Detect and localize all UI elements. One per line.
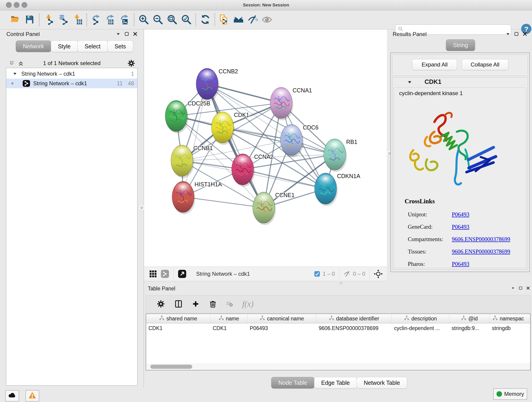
grid-view-icon[interactable] — [149, 269, 157, 278]
network-node-CCNE1[interactable]: CCNE1 — [253, 192, 295, 225]
network-node-CCNA2[interactable]: CCNA2 — [232, 153, 273, 187]
network-view-title: String Network – cdk1 — [196, 271, 250, 277]
export-image-button[interactable] — [119, 14, 130, 25]
import-network-file-button[interactable] — [43, 14, 54, 25]
fit-content-crosshair-icon[interactable] — [374, 269, 383, 279]
table-cell[interactable]: P06493 — [247, 323, 317, 333]
table-cell[interactable]: 9606.ENSP00000378699 — [317, 323, 392, 333]
column-header-namespac[interactable]: namespac — [490, 314, 530, 323]
network-node-HIST1H1A[interactable]: HIST1H1A — [172, 181, 222, 214]
tab-edge-table[interactable]: Edge Table — [314, 377, 357, 389]
network-options-gear-icon[interactable] — [127, 59, 135, 68]
network-collection-row[interactable]: String Network – cdk1 1 — [6, 69, 137, 79]
network-row-selected[interactable]: String Network – cdk1 11 48 — [6, 79, 137, 88]
table-options-gear-icon[interactable] — [157, 300, 165, 308]
network-node-CCNB1[interactable]: CCNB1 — [171, 145, 213, 178]
table-horizontal-scrollbar[interactable] — [146, 364, 530, 370]
crosslink-link-pharos[interactable]: P06493 — [452, 261, 469, 267]
selected-checkbox-icon[interactable] — [314, 271, 320, 277]
crosslink-link-compartments[interactable]: 9606.ENSP00000378699 — [452, 236, 510, 242]
show-columns-icon[interactable] — [174, 300, 183, 308]
column-header-canonical-name[interactable]: canonical name — [247, 314, 317, 323]
column-header-description[interactable]: description — [392, 314, 449, 323]
table-cell[interactable]: stringdb:9... — [449, 323, 490, 333]
memory-status-dot — [496, 391, 502, 397]
table-row[interactable]: CDK1CDK1P064939606.ENSP00000378699cyclin… — [146, 323, 530, 333]
hidden-eye-slash-icon[interactable] — [343, 270, 351, 278]
column-header--id[interactable]: @id — [449, 314, 490, 323]
network-node-CCNA1[interactable]: CCNA1 — [270, 87, 312, 120]
network-node-CDKN1A[interactable]: CDKN1A — [315, 173, 360, 206]
panel-close-icon[interactable] — [522, 32, 527, 36]
panel-float-icon[interactable] — [124, 32, 129, 36]
panel-menu-icon[interactable] — [511, 286, 515, 290]
column-header-shared-name[interactable]: shared name — [146, 314, 210, 323]
panel-float-icon[interactable] — [514, 32, 519, 36]
horizontal-splitter-handle[interactable] — [339, 282, 342, 284]
table-cell[interactable]: stringdb — [490, 323, 530, 333]
tab-string[interactable]: String — [446, 39, 475, 51]
zoom-in-button[interactable] — [138, 14, 149, 25]
network-node-RB1[interactable]: RB1 — [324, 139, 357, 172]
column-header-name[interactable]: name — [210, 314, 247, 323]
tab-sets[interactable]: Sets — [108, 41, 133, 52]
refresh-button[interactable] — [200, 14, 211, 25]
zoom-selected-button[interactable] — [181, 14, 192, 25]
crosslink-link-tissues[interactable]: 9606.ENSP00000378699 — [452, 249, 510, 255]
open-session-button[interactable] — [10, 14, 21, 25]
zoom-out-button[interactable] — [152, 14, 163, 25]
delete-column-icon[interactable] — [209, 300, 217, 308]
network-canvas[interactable]: CCNB2 CCNA1 CDC25B CDK1 CDC6 RB1 — [144, 30, 387, 267]
cdk1-section: CDK1 cyclin-dependent kinase 1 CrossLink… — [392, 77, 528, 270]
warnings-button[interactable] — [25, 390, 39, 402]
minimize-window-button[interactable] — [14, 2, 19, 8]
panel-menu-icon[interactable] — [505, 32, 510, 36]
tab-select[interactable]: Select — [77, 41, 108, 52]
hide-selected-button[interactable] — [247, 14, 258, 25]
table-cell[interactable]: CDK1 — [210, 323, 247, 333]
section-collapse-icon[interactable] — [407, 80, 412, 85]
expand-all-button[interactable]: Expand All — [412, 59, 457, 70]
node-table: shared namenamecanonical namedatabase id… — [146, 313, 531, 370]
network-node-CCNB2[interactable]: CCNB2 — [196, 68, 238, 101]
detach-view-icon[interactable] — [178, 269, 186, 278]
cloud-button[interactable] — [5, 390, 19, 402]
left-splitter-handle[interactable] — [139, 205, 144, 210]
show-all-button[interactable] — [261, 14, 272, 25]
crosslink-link-uniprot[interactable]: P06493 — [452, 211, 469, 218]
cdk1-section-header[interactable]: CDK1 — [393, 77, 528, 87]
tab-network-table[interactable]: Network Table — [357, 377, 407, 389]
export-network-button[interactable] — [91, 14, 102, 25]
save-session-button[interactable] — [24, 14, 35, 25]
tab-style[interactable]: Style — [51, 41, 78, 52]
clone-network-button[interactable] — [219, 14, 230, 25]
tree-expand-icon[interactable] — [13, 71, 17, 76]
panel-menu-icon[interactable] — [116, 32, 121, 36]
panel-float-icon[interactable] — [519, 286, 523, 290]
memory-button[interactable]: Memory — [493, 388, 527, 400]
close-window-button[interactable] — [6, 2, 12, 8]
table-body: CDK1CDK1P064939606.ENSP00000378699cyclin… — [146, 323, 530, 333]
import-table-button[interactable] — [72, 14, 83, 25]
table-cell[interactable]: cyclin-dependent ... — [392, 323, 449, 333]
first-neighbors-button[interactable] — [233, 14, 244, 25]
scrollbar-thumb[interactable] — [150, 365, 192, 369]
column-header-database-identifier[interactable]: database identifier — [317, 314, 392, 323]
crosslink-link-genecard[interactable]: P06493 — [452, 224, 469, 230]
network-node-CDC6[interactable]: CDC6 — [280, 124, 318, 157]
zoom-window-button[interactable] — [22, 2, 27, 8]
zoom-fit-button[interactable] — [167, 14, 177, 25]
add-column-icon[interactable] — [192, 300, 200, 308]
sitemap-icon — [404, 315, 409, 322]
panel-close-icon[interactable] — [526, 286, 530, 290]
tab-node-table[interactable]: Node Table — [271, 377, 314, 389]
birdseye-toggle-icon[interactable] — [161, 269, 169, 278]
tab-network[interactable]: Network — [16, 41, 51, 52]
panel-close-icon[interactable] — [133, 32, 138, 36]
import-network-database-button[interactable] — [57, 14, 69, 25]
network-graph[interactable]: CCNB2 CCNA1 CDC25B CDK1 CDC6 RB1 — [144, 30, 387, 267]
edge-CCNA2-CDKN1A[interactable] — [243, 169, 326, 189]
export-table-button[interactable] — [105, 14, 116, 25]
table-cell[interactable]: CDK1 — [146, 323, 210, 333]
collapse-all-button[interactable]: Collapse All — [462, 59, 508, 70]
